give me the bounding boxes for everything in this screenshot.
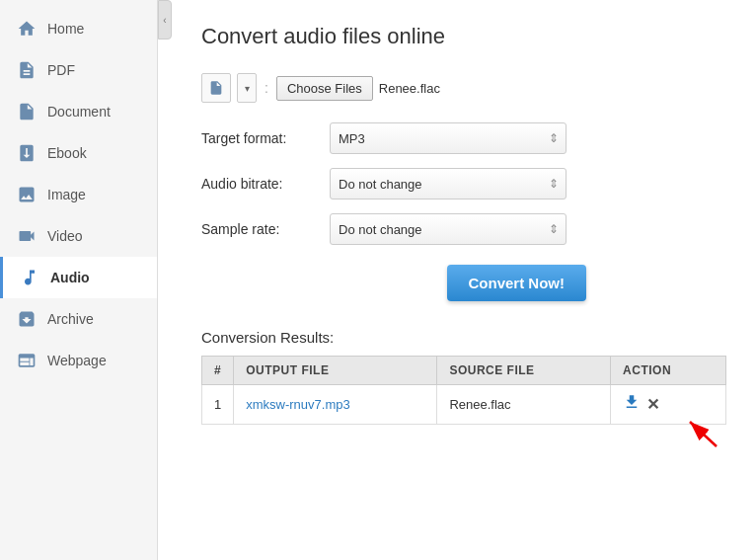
target-format-label: Target format: [201, 130, 330, 146]
sidebar-item-image[interactable]: Image [0, 174, 157, 215]
file-input-row: ▾ : Choose Files Renee.flac [201, 73, 726, 103]
sidebar-item-home[interactable]: Home [0, 8, 157, 49]
col-source-file: SOURCE FILE [437, 357, 611, 385]
file-separator: : [265, 80, 268, 96]
image-icon [16, 184, 38, 205]
file-dropdown-button[interactable]: ▾ [237, 73, 257, 103]
sidebar-item-document[interactable]: Document [0, 91, 157, 132]
webpage-icon [16, 350, 38, 371]
sidebar-item-label: PDF [47, 62, 75, 78]
sidebar: Home PDF Document Ebook Image Video Au [0, 0, 158, 560]
action-icons-container: ✕ [623, 393, 714, 416]
sample-rate-row: Sample rate: Do not change [201, 213, 726, 245]
sidebar-item-label: Ebook [47, 145, 87, 161]
convert-button-row: Convert Now! [201, 265, 586, 301]
sidebar-item-pdf[interactable]: PDF [0, 49, 157, 91]
convert-now-button[interactable]: Convert Now! [447, 265, 587, 301]
svg-line-1 [690, 422, 717, 446]
sidebar-item-label: Video [47, 228, 83, 244]
ebook-icon [16, 142, 38, 164]
sidebar-item-webpage[interactable]: Webpage [0, 340, 157, 381]
sidebar-collapse-button[interactable]: ‹ [158, 0, 172, 40]
results-title: Conversion Results: [201, 329, 726, 346]
audio-icon [19, 267, 40, 288]
sidebar-item-label: Home [47, 21, 84, 37]
row-action: ✕ [611, 385, 726, 425]
sidebar-item-label: Document [47, 104, 111, 120]
video-icon [16, 225, 38, 247]
results-section: Conversion Results: # OUTPUT FILE SOURCE… [201, 329, 726, 425]
home-icon [16, 18, 38, 40]
sidebar-item-video[interactable]: Video [0, 215, 157, 257]
row-source-file: Renee.flac [437, 385, 611, 425]
audio-bitrate-label: Audio bitrate: [201, 176, 330, 192]
sidebar-item-label: Webpage [47, 353, 107, 368]
audio-bitrate-row: Audio bitrate: Do not change [201, 168, 726, 200]
target-format-select[interactable]: MP3 [330, 122, 567, 154]
target-format-select-wrapper: MP3 [330, 122, 567, 154]
selected-file-name: Renee.flac [379, 81, 440, 96]
sidebar-item-label: Image [47, 187, 86, 202]
audio-bitrate-select[interactable]: Do not change [330, 168, 567, 200]
file-icon-button[interactable] [201, 73, 231, 103]
choose-files-button[interactable]: Choose Files [276, 76, 373, 101]
row-output-file: xmksw-rnuv7.mp3 [234, 385, 437, 425]
col-output-file: OUTPUT FILE [234, 357, 437, 385]
sample-rate-select-wrapper: Do not change [330, 213, 567, 245]
delete-icon[interactable]: ✕ [646, 395, 659, 414]
col-action: ACTION [611, 357, 726, 385]
sidebar-item-label: Archive [47, 311, 94, 327]
document-icon [16, 101, 38, 122]
page-title: Convert audio files online [201, 24, 726, 49]
pdf-icon [16, 59, 38, 81]
sidebar-item-label: Audio [50, 270, 90, 285]
sidebar-item-ebook[interactable]: Ebook [0, 132, 157, 174]
table-row: 1 xmksw-rnuv7.mp3 Renee.flac ✕ [202, 385, 726, 425]
output-file-link[interactable]: xmksw-rnuv7.mp3 [246, 397, 349, 412]
audio-bitrate-select-wrapper: Do not change [330, 168, 567, 200]
red-arrow-annotation [672, 412, 721, 447]
results-table: # OUTPUT FILE SOURCE FILE ACTION 1 xmksw… [201, 356, 726, 425]
main-content: Convert audio files online ▾ : Choose Fi… [172, 0, 756, 560]
sample-rate-label: Sample rate: [201, 221, 330, 237]
archive-icon [16, 308, 38, 330]
target-format-row: Target format: MP3 [201, 122, 726, 154]
sidebar-item-archive[interactable]: Archive [0, 298, 157, 340]
row-number: 1 [202, 385, 234, 425]
col-hash: # [202, 357, 234, 385]
download-icon[interactable] [623, 393, 641, 416]
sidebar-item-audio[interactable]: Audio [0, 257, 157, 298]
sample-rate-select[interactable]: Do not change [330, 213, 567, 245]
